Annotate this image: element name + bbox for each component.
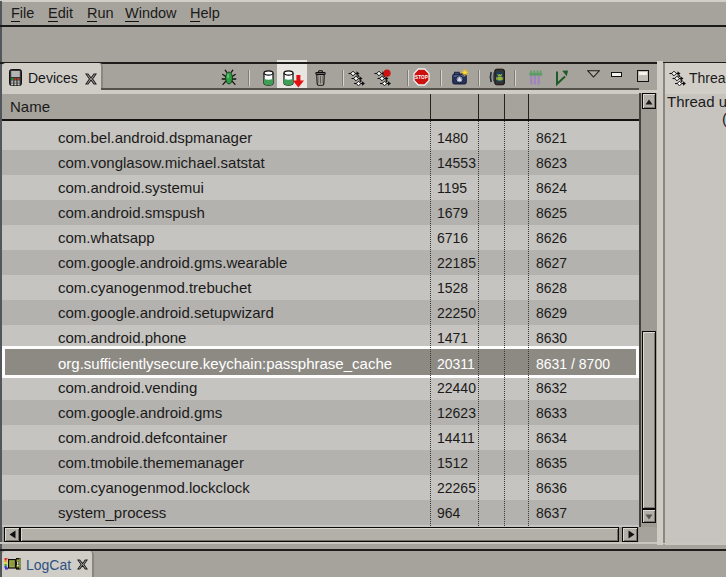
svg-text:STOP: STOP: [415, 75, 428, 80]
